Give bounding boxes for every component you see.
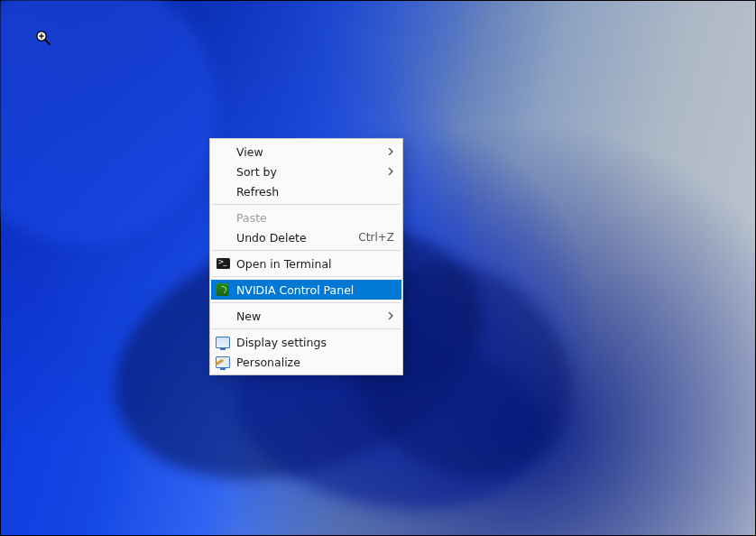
menu-item-label: Undo Delete <box>236 231 358 245</box>
menu-item-label: Refresh <box>236 185 394 199</box>
menu-item-paste: Paste <box>211 208 401 227</box>
menu-item-personalize[interactable]: Personalize <box>211 352 401 372</box>
menu-separator <box>212 204 401 205</box>
wallpaper-petal <box>0 0 217 245</box>
menu-separator <box>212 328 401 329</box>
menu-item-label: View <box>236 145 394 159</box>
menu-separator <box>212 276 401 277</box>
menu-item-sort-by[interactable]: Sort by <box>211 162 401 181</box>
chevron-right-icon <box>387 168 394 175</box>
desktop-context-menu: View Sort by Refresh Paste Undo Delete C… <box>209 138 403 375</box>
menu-item-label: Paste <box>236 211 394 225</box>
menu-item-label: Display settings <box>236 336 394 349</box>
menu-item-new[interactable]: New <box>211 306 401 326</box>
menu-item-display-settings[interactable]: Display settings <box>211 332 401 352</box>
menu-item-label: Personalize <box>236 356 394 369</box>
menu-item-view[interactable]: View <box>211 142 401 162</box>
nvidia-icon <box>216 282 230 297</box>
menu-item-shortcut: Ctrl+Z <box>358 231 394 244</box>
personalize-icon <box>216 355 230 369</box>
menu-item-label: Open in Terminal <box>236 257 394 271</box>
menu-item-undo-delete[interactable]: Undo Delete Ctrl+Z <box>211 227 401 247</box>
monitor-icon <box>216 335 230 349</box>
menu-separator <box>212 302 401 303</box>
menu-item-label: NVIDIA Control Panel <box>236 283 394 297</box>
menu-item-label: New <box>236 310 394 323</box>
chevron-right-icon <box>387 148 394 155</box>
menu-item-label: Sort by <box>236 165 394 179</box>
desktop-wallpaper[interactable]: View Sort by Refresh Paste Undo Delete C… <box>0 0 756 536</box>
menu-item-nvidia-control-panel[interactable]: NVIDIA Control Panel <box>211 280 401 300</box>
chevron-right-icon <box>387 312 394 319</box>
menu-item-open-terminal[interactable]: Open in Terminal <box>211 254 401 273</box>
menu-item-refresh[interactable]: Refresh <box>211 181 401 201</box>
menu-separator <box>212 250 401 251</box>
terminal-icon <box>216 256 230 271</box>
